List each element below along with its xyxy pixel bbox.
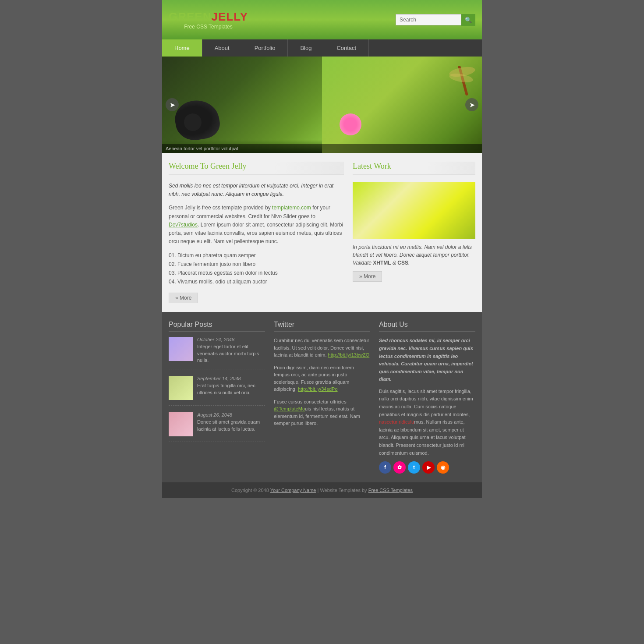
slider: ➤ ➤ Aenean tortor vel porttitor volutpat bbox=[162, 57, 482, 153]
logo-subtitle: Free CSS Templates bbox=[169, 24, 248, 30]
header: GREENJELLY Free CSS Templates 🔍 bbox=[162, 0, 482, 39]
latest-work-title: Latest Work bbox=[353, 162, 475, 175]
tweet-link-3[interactable]: @TemplateMo bbox=[274, 406, 305, 411]
work-caption: In porta tincidunt mi eu mattis. Nam vel… bbox=[353, 243, 475, 267]
tweet-item: Curabitur nec dui venenatis sem consecte… bbox=[274, 337, 370, 359]
slider-prev-button[interactable]: ➤ bbox=[166, 98, 179, 111]
logo-green: GREEN bbox=[169, 10, 211, 23]
welcome-title: Welcome To Green Jelly bbox=[169, 162, 344, 175]
post-info: September 14, 2048 Erat turpis fringilla… bbox=[197, 376, 265, 400]
post-info: October 24, 2048 Integer eget tortor et … bbox=[197, 337, 265, 364]
post-info: August 26, 2048 Donec sit amet gravida q… bbox=[197, 412, 265, 436]
about-para2: Duis sagittis, lacus sit amet tempor fri… bbox=[379, 388, 475, 457]
main-content: Welcome To Green Jelly Sed mollis leo ne… bbox=[162, 153, 482, 312]
post-item: October 24, 2048 Integer eget tortor et … bbox=[169, 337, 265, 369]
post-item: August 26, 2048 Donec sit amet gravida q… bbox=[169, 412, 265, 442]
footer-templates-text: Website Templates by bbox=[320, 488, 368, 493]
about-us-section: About Us Sed rhoncus sodales mi, id semp… bbox=[379, 321, 475, 474]
slider-left-panel bbox=[162, 57, 322, 153]
welcome-intro: Sed mollis leo nec est tempor interdum e… bbox=[169, 182, 344, 198]
tweet-link-2[interactable]: http://bit.ly/34sdPo bbox=[298, 386, 338, 392]
footer-templates-link[interactable]: Free CSS Templates bbox=[368, 488, 413, 493]
slider-next-button[interactable]: ➤ bbox=[465, 98, 478, 111]
logo: GREENJELLY Free CSS Templates bbox=[169, 10, 248, 30]
logo-text: GREENJELLY bbox=[169, 10, 248, 24]
xhtml-label: XHTML bbox=[373, 260, 391, 266]
post-thumbnail bbox=[169, 337, 193, 361]
twitter-title: Twitter bbox=[274, 321, 370, 332]
post-text: Donec sit amet gravida quam lacinia at l… bbox=[197, 419, 265, 432]
post-thumbnail bbox=[169, 412, 193, 436]
twitter-section: Twitter Curabitur nec dui venenatis sem … bbox=[274, 321, 370, 474]
popular-posts-section: Popular Posts October 24, 2048 Integer e… bbox=[169, 321, 265, 474]
dev7studios-link[interactable]: Dev7studios bbox=[169, 222, 198, 228]
welcome-body: Green Jelly is free css template provide… bbox=[169, 204, 344, 246]
post-text: Erat turpis fringilla orci, nec ultrices… bbox=[197, 382, 265, 396]
list-item: 04. Vivamus mollis, odio ut aliquam auct… bbox=[169, 277, 344, 286]
facebook-icon[interactable]: f bbox=[379, 461, 391, 474]
nav-home[interactable]: Home bbox=[162, 39, 202, 57]
list-item: 03. Placerat metus egestas sem dolor in … bbox=[169, 269, 344, 277]
tweet-item: Fusce cursus consectetur ultricies @Temp… bbox=[274, 398, 370, 427]
site-footer: Copyright © 2048 Your Company Name | Web… bbox=[162, 482, 482, 498]
welcome-section: Welcome To Green Jelly Sed mollis leo ne… bbox=[169, 162, 344, 303]
slider-right-panel bbox=[322, 57, 482, 153]
nav-contact[interactable]: Contact bbox=[324, 39, 369, 57]
nav: Home About Portfolio Blog Contact bbox=[162, 39, 482, 57]
post-text: Integer eget tortor et elit venenatis au… bbox=[197, 343, 265, 364]
welcome-more-button[interactable]: » More bbox=[169, 293, 198, 303]
footer-company-link[interactable]: Your Company Name bbox=[270, 488, 316, 493]
list-item: 02. Fusce fermentum justo non libero bbox=[169, 260, 344, 269]
search-box: 🔍 bbox=[396, 14, 475, 26]
work-caption-text: In porta tincidunt mi eu mattis. Nam vel… bbox=[353, 244, 472, 266]
social-icons: f ✿ t ▶ ◉ bbox=[379, 461, 475, 474]
work-more-button[interactable]: » More bbox=[353, 271, 382, 282]
work-period: . bbox=[408, 260, 410, 266]
about-para1: Sed rhoncus sodales mi, id semper orci g… bbox=[379, 337, 475, 383]
post-date: September 14, 2048 bbox=[197, 376, 265, 381]
about-us-title: About Us bbox=[379, 321, 475, 332]
footer-copyright: Copyright © 2048 bbox=[231, 488, 270, 493]
templatemo-link[interactable]: templatemo.com bbox=[272, 205, 311, 211]
nav-blog[interactable]: Blog bbox=[288, 39, 324, 57]
css-label: CSS bbox=[397, 260, 408, 266]
slider-images bbox=[162, 57, 482, 153]
post-item: September 14, 2048 Erat turpis fringilla… bbox=[169, 376, 265, 406]
post-thumbnail bbox=[169, 376, 193, 400]
work-and: & bbox=[391, 260, 398, 266]
search-input[interactable] bbox=[396, 14, 461, 25]
welcome-body1: Green Jelly is free css template provide… bbox=[169, 205, 272, 211]
nav-portfolio[interactable]: Portfolio bbox=[242, 39, 288, 57]
nav-about[interactable]: About bbox=[202, 39, 242, 57]
search-button[interactable]: 🔍 bbox=[461, 14, 475, 26]
tweet-link-1[interactable]: http://bit.ly/13bwZO bbox=[328, 352, 370, 357]
popular-posts-title: Popular Posts bbox=[169, 321, 265, 332]
post-date: August 26, 2048 bbox=[197, 412, 265, 418]
list-item: 01. Dictum eu pharetra quam semper bbox=[169, 251, 344, 260]
logo-red: JELLY bbox=[211, 10, 248, 23]
flickr-icon[interactable]: ✿ bbox=[393, 461, 406, 474]
tweet-text-3: Fusce cursus consectetur ultricies bbox=[274, 399, 347, 404]
tweet-item: Proin dignissim, diam nec enim lorem tem… bbox=[274, 364, 370, 393]
work-image bbox=[353, 182, 475, 239]
latest-work-section: Latest Work In porta tincidunt mi eu mat… bbox=[353, 162, 475, 303]
twitter-icon[interactable]: t bbox=[408, 461, 420, 474]
youtube-icon[interactable]: ▶ bbox=[422, 461, 435, 474]
slider-caption: Aenean tortor vel porttitor volutpat bbox=[162, 144, 482, 153]
footer-sections: Popular Posts October 24, 2048 Integer e… bbox=[162, 312, 482, 482]
welcome-list: 01. Dictum eu pharetra quam semper 02. F… bbox=[169, 251, 344, 286]
rss-icon[interactable]: ◉ bbox=[437, 461, 449, 474]
post-date: October 24, 2048 bbox=[197, 337, 265, 342]
